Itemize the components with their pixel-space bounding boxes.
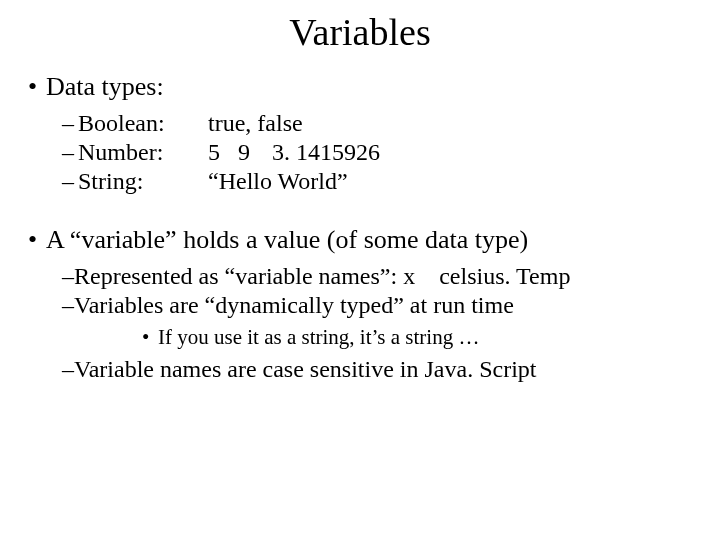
dash-icon: – [62, 292, 74, 318]
slide-title: Variables [20, 10, 700, 54]
bullet-data-types-text: Data types: [46, 72, 164, 101]
variable-sublist: –Represented as “variable names”: x cels… [62, 263, 700, 383]
dash-icon: – [62, 110, 78, 137]
bullet-dot-icon: • [28, 72, 46, 102]
dash-icon: – [62, 356, 74, 382]
bullet-data-types: •Data types: [28, 72, 700, 102]
list-item: –String:“Hello World” [62, 168, 700, 195]
bullet-variable-def: •A “variable” holds a value (of some dat… [28, 225, 700, 255]
var-example-celsius: celsius. Temp [439, 263, 570, 289]
type-values-number: 593. 1415926 [208, 139, 380, 166]
var-example-x: x [403, 263, 415, 289]
list-item: –Variables are “dynamically typed” at ru… [62, 292, 700, 319]
spacer [415, 263, 439, 289]
dynamic-typed-text: Variables are “dynamically typed” at run… [74, 292, 514, 318]
list-item: –Boolean:true, false [62, 110, 700, 137]
num-val: 3. 1415926 [272, 139, 380, 165]
list-item: –Represented as “variable names”: x cels… [62, 263, 700, 290]
list-item: –Variable names are case sensitive in Ja… [62, 356, 700, 383]
type-label-string: String: [78, 168, 208, 195]
bullet-dot-icon: • [142, 325, 158, 350]
data-types-list: –Boolean:true, false –Number:593. 141592… [62, 110, 700, 195]
type-values-boolean: true, false [208, 110, 303, 137]
slide: Variables •Data types: –Boolean:true, fa… [0, 0, 720, 540]
dash-icon: – [62, 168, 78, 195]
case-sensitive-text: Variable names are case sensitive in Jav… [74, 356, 537, 382]
type-label-boolean: Boolean: [78, 110, 208, 137]
bullet-dot-icon: • [28, 225, 46, 255]
use-as-string-text: If you use it as a string, it’s a string… [158, 325, 479, 349]
num-val: 9 [238, 139, 250, 165]
type-label-number: Number: [78, 139, 208, 166]
dash-icon: – [62, 263, 74, 289]
list-item: –Number:593. 1415926 [62, 139, 700, 166]
bullet-variable-def-text: A “variable” holds a value (of some data… [46, 225, 528, 254]
type-values-string: “Hello World” [208, 168, 348, 195]
num-val: 5 [208, 139, 220, 165]
dash-icon: – [62, 139, 78, 166]
sub-sub-item: •If you use it as a string, it’s a strin… [142, 325, 700, 350]
represented-text: Represented as “variable names”: [74, 263, 403, 289]
